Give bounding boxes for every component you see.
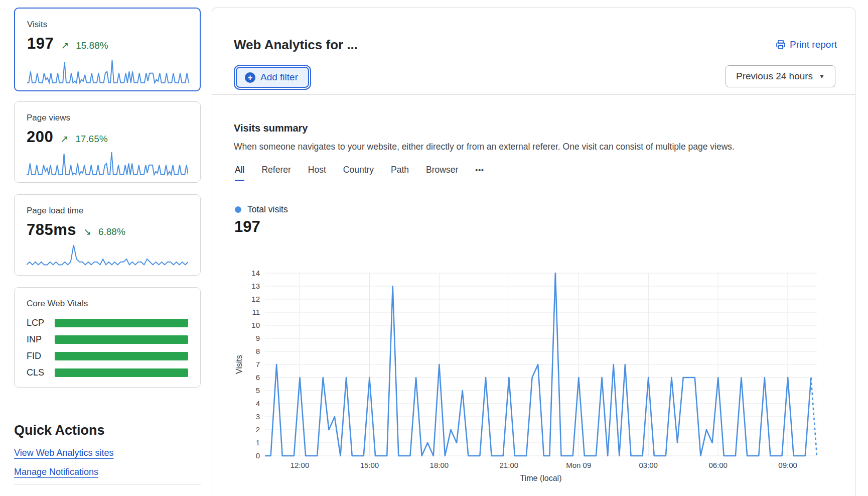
core-web-vitals-card[interactable]: Core Web Vitals LCP INP FID CLS [14, 287, 201, 388]
cls-good-bar [55, 368, 188, 377]
print-report-link[interactable]: Print report [776, 39, 837, 50]
manage-notifications-link[interactable]: Manage Notifications [14, 467, 98, 477]
visits-sparkline [27, 58, 189, 84]
dimension-tabs: All Referer Host Country Path Browser ••… [235, 165, 484, 181]
visits-summary-title: Visits summary [234, 122, 308, 134]
core-web-vitals-title: Core Web Vitals [27, 299, 188, 309]
header-divider [212, 94, 855, 95]
svg-text:Visits: Visits [235, 355, 243, 374]
trend-down-icon: ↘ [83, 226, 91, 237]
vital-row-cls: CLS [27, 367, 188, 378]
visits-summary-description: When someone navigates to your website, … [234, 142, 735, 152]
chevron-down-icon: ▼ [819, 73, 825, 80]
svg-text:4: 4 [256, 399, 260, 408]
printer-icon [776, 40, 786, 50]
vital-label: CLS [27, 367, 55, 378]
trend-up-icon: ↗ [60, 133, 68, 145]
metric-card-page-load-time[interactable]: Page load time 785ms ↘ 6.88% [14, 194, 201, 276]
metric-delta: 15.88% [76, 40, 108, 51]
svg-text:03:00: 03:00 [639, 461, 658, 469]
metric-label: Page views [27, 113, 188, 123]
time-range-value: Previous 24 hours [736, 71, 813, 82]
plus-circle-icon: + [245, 72, 255, 83]
tab-all[interactable]: All [235, 165, 244, 181]
metric-value: 197 [27, 35, 54, 53]
chart-legend: Total visits [235, 204, 288, 215]
svg-text:0: 0 [256, 451, 260, 460]
metric-delta: 17.65% [75, 134, 107, 145]
total-visits-value: 197 [234, 218, 260, 236]
svg-text:18:00: 18:00 [430, 461, 449, 469]
add-filter-button[interactable]: + Add filter [236, 67, 309, 88]
web-analytics-panel: Web Analytics for ... Print report + Add… [212, 8, 855, 496]
svg-text:14: 14 [251, 269, 260, 277]
svg-text:10: 10 [251, 321, 260, 329]
vital-row-lcp: LCP [27, 318, 188, 328]
page-load-sparkline [27, 243, 188, 269]
metric-label: Page load time [27, 206, 188, 216]
view-web-analytics-sites-link[interactable]: View Web Analytics sites [14, 448, 113, 458]
page-views-sparkline [27, 150, 188, 176]
svg-text:7: 7 [256, 360, 260, 368]
vital-row-fid: FID [27, 351, 188, 361]
page-title: Web Analytics for ... [234, 37, 358, 53]
visits-line-chart: 0123456789101112131412:0015:0018:0021:00… [234, 262, 846, 492]
vital-row-inp: INP [27, 334, 188, 345]
svg-text:6: 6 [256, 373, 260, 382]
legend-label: Total visits [247, 204, 288, 215]
tab-path[interactable]: Path [391, 165, 409, 181]
svg-text:2: 2 [256, 425, 260, 434]
inp-good-bar [55, 335, 188, 344]
svg-text:3: 3 [256, 412, 260, 421]
metric-value: 785ms [27, 221, 76, 239]
add-filter-label: Add filter [260, 72, 298, 83]
sidebar-divider [14, 484, 201, 485]
tab-referer[interactable]: Referer [261, 165, 291, 181]
svg-text:1: 1 [256, 438, 260, 447]
svg-text:9: 9 [256, 334, 260, 342]
vital-label: FID [27, 351, 55, 361]
quick-actions-title: Quick Actions [14, 423, 105, 438]
svg-text:06:00: 06:00 [708, 461, 728, 469]
total-visits-dot-icon [235, 206, 241, 213]
svg-text:13: 13 [251, 282, 260, 290]
svg-text:12:00: 12:00 [291, 461, 310, 469]
metric-card-page-views[interactable]: Page views 200 ↗ 17.65% [14, 101, 201, 183]
svg-text:11: 11 [252, 308, 260, 316]
more-tabs-icon[interactable]: ••• [475, 165, 484, 181]
svg-text:12: 12 [251, 295, 260, 303]
svg-text:Mon 09: Mon 09 [566, 461, 591, 469]
svg-text:09:00: 09:00 [778, 461, 797, 469]
vital-label: INP [27, 334, 55, 345]
svg-text:21:00: 21:00 [500, 461, 519, 469]
metrics-sidebar: Visits 197 ↗ 15.88% Page views 200 ↗ 17.… [14, 0, 201, 496]
metric-card-visits[interactable]: Visits 197 ↗ 15.88% [14, 8, 201, 91]
metric-value: 200 [27, 128, 53, 146]
tab-host[interactable]: Host [308, 165, 326, 181]
metric-delta: 6.88% [98, 226, 125, 237]
svg-text:Time (local): Time (local) [520, 474, 562, 482]
fid-good-bar [55, 352, 188, 360]
svg-text:5: 5 [256, 386, 260, 395]
vital-label: LCP [27, 318, 55, 328]
lcp-good-bar [55, 319, 188, 327]
metric-label: Visits [27, 20, 188, 30]
tab-country[interactable]: Country [343, 165, 374, 181]
svg-text:8: 8 [256, 347, 260, 355]
time-range-dropdown[interactable]: Previous 24 hours ▼ [726, 65, 835, 87]
svg-text:15:00: 15:00 [360, 461, 379, 469]
tab-browser[interactable]: Browser [426, 165, 458, 181]
print-report-label: Print report [790, 39, 837, 50]
trend-up-icon: ↗ [61, 40, 69, 51]
